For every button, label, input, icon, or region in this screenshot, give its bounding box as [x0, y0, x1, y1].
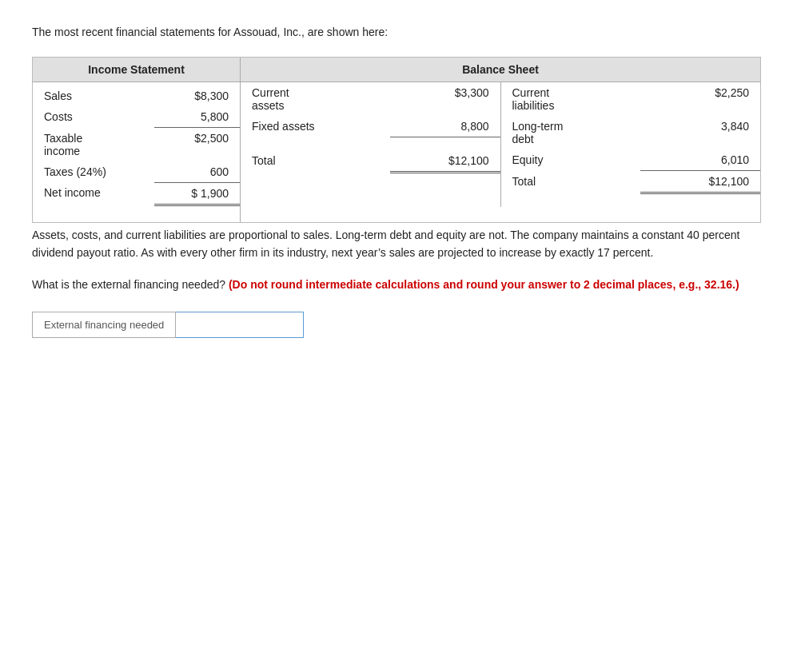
table-row: Total $12,100	[501, 171, 761, 193]
current-assets-value: $3,300	[390, 82, 500, 116]
liabilities-total-value: $12,100	[640, 171, 760, 193]
current-liabilities-value: $2,250	[640, 82, 760, 116]
fixed-assets-label: Fixed assets	[241, 116, 390, 137]
tables-row: Income Statement Sales $8,300 Costs 5,80…	[33, 58, 760, 222]
fixed-assets-value: 8,800	[390, 116, 500, 137]
balance-sheet-content: Currentassets $3,300 Fixed assets 8,800	[241, 82, 760, 207]
question-static-text: What is the external financing needed?	[32, 278, 225, 291]
income-statement-content: Sales $8,300 Costs 5,800 Taxableincome $…	[33, 82, 240, 222]
table-row: Currentliabilities $2,250	[501, 82, 761, 116]
current-liabilities-label: Currentliabilities	[501, 82, 641, 116]
table-row: Total $12,100	[241, 150, 500, 173]
assets-total-label: Total	[241, 150, 390, 173]
longterm-debt-label: Long-termdebt	[501, 116, 641, 149]
income-statement-header: Income Statement	[33, 58, 240, 82]
taxes-label: Taxes (24%)	[33, 161, 154, 183]
table-row: Fixed assets 8,800	[241, 116, 500, 137]
table-row: Taxableincome $2,500	[33, 128, 240, 161]
financial-tables: Income Statement Sales $8,300 Costs 5,80…	[32, 57, 761, 223]
sales-label: Sales	[33, 85, 154, 106]
taxable-income-value: $2,500	[154, 128, 240, 161]
intro-text: The most recent financial statements for…	[32, 24, 761, 41]
answer-input-row: External financing needed	[32, 312, 761, 338]
net-income-label: Net income	[33, 182, 154, 205]
sales-value: $8,300	[154, 85, 240, 106]
description-text: Assets, costs, and current liabilities a…	[32, 226, 761, 262]
liabilities-total-label: Total	[501, 171, 641, 193]
assets-total-value: $12,100	[390, 150, 500, 173]
question-paragraph: What is the external financing needed? (…	[32, 276, 761, 293]
taxes-value: 600	[154, 161, 240, 183]
input-label: External financing needed	[32, 312, 176, 338]
assets-column: Currentassets $3,300 Fixed assets 8,800	[241, 82, 501, 207]
table-row	[241, 137, 500, 150]
table-row: Long-termdebt 3,840	[501, 116, 761, 149]
longterm-debt-value: 3,840	[640, 116, 760, 149]
income-statement-panel: Income Statement Sales $8,300 Costs 5,80…	[33, 58, 241, 222]
balance-sheet-header: Balance Sheet	[241, 58, 760, 82]
table-row: Costs 5,800	[33, 106, 240, 128]
costs-value: 5,800	[154, 106, 240, 128]
taxable-income-label: Taxableincome	[33, 128, 154, 161]
equity-label: Equity	[501, 149, 641, 171]
assets-spacer	[241, 137, 390, 150]
equity-value: 6,010	[640, 149, 760, 171]
question-bold-text: (Do not round intermediate calculations …	[229, 278, 739, 291]
liabilities-column: Currentliabilities $2,250 Long-termdebt …	[501, 82, 761, 207]
costs-label: Costs	[33, 106, 154, 128]
external-financing-input[interactable]	[176, 312, 304, 338]
table-row: Sales $8,300	[33, 85, 240, 106]
net-income-value: $ 1,900	[154, 182, 240, 205]
table-row: Equity 6,010	[501, 149, 761, 171]
balance-sheet-panel: Balance Sheet Currentassets $3,300 Fixed…	[241, 58, 760, 222]
current-assets-label: Currentassets	[241, 82, 390, 116]
table-row: Taxes (24%) 600	[33, 161, 240, 183]
table-row: Net income $ 1,900	[33, 182, 240, 205]
table-row: Currentassets $3,300	[241, 82, 500, 116]
